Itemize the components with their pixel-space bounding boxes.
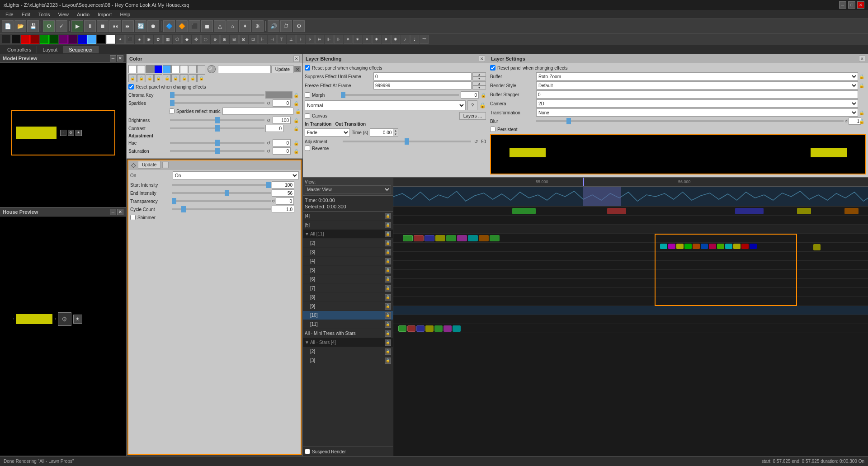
effect-update-btn[interactable]: Update <box>138 161 160 169</box>
settings-button[interactable]: ⚙ <box>293 20 305 32</box>
open-button[interactable]: 📂 <box>14 20 26 32</box>
effect4-button[interactable]: ◼ <box>201 20 213 32</box>
track-row-3[interactable]: [3] 🔒 <box>303 248 393 257</box>
canvas-checkbox[interactable] <box>305 113 310 119</box>
menu-view[interactable]: View <box>54 11 72 18</box>
normal-lock[interactable]: 🔒 <box>479 102 486 108</box>
track-row-11[interactable]: [11] 🔒 <box>303 320 393 329</box>
model-preview-close[interactable]: ✕ <box>117 55 123 61</box>
effect8-button[interactable]: ❋ <box>252 20 264 32</box>
swatch-lock-5[interactable]: 🔒 <box>163 74 171 82</box>
brightness-refresh[interactable]: ↺ <box>265 117 272 123</box>
contrast-lock[interactable]: 🔒 <box>293 126 301 131</box>
sparkles-color-lock[interactable]: 🔒 <box>295 109 301 114</box>
audio-button[interactable]: 🔊 <box>268 20 279 32</box>
color-swatch-dark[interactable] <box>2 35 11 44</box>
sparkles-music-checkbox[interactable] <box>169 108 175 114</box>
hue-refresh[interactable]: ↺ <box>265 140 272 146</box>
track-row-stars[interactable]: ▼ All - Stars [4] 🔒 <box>303 338 393 347</box>
saturation-lock[interactable]: 🔒 <box>293 149 301 154</box>
color-swatch-dark2[interactable] <box>11 35 20 44</box>
saturation-input[interactable]: 0 <box>273 147 291 155</box>
waveform-icon[interactable]: 〜 <box>420 35 429 44</box>
effect-btn-28[interactable]: ✸ <box>372 35 381 44</box>
effect-btn-15[interactable]: ⊡ <box>249 35 258 44</box>
effect-btn-12[interactable]: ⊞ <box>220 35 229 44</box>
swatch-lock-1[interactable]: 🔒 <box>128 74 137 82</box>
effect-btn-1[interactable]: ✦ <box>116 35 125 44</box>
effect-btn-5[interactable]: ✿ <box>154 35 163 44</box>
reverse-checkbox[interactable] <box>305 146 310 151</box>
track-row-2[interactable]: [2] 🔒 <box>303 239 393 248</box>
blur-lock[interactable]: 🔒 <box>859 119 866 124</box>
mt-b5[interactable] <box>434 325 443 332</box>
render-style-select[interactable]: Default <box>536 81 858 89</box>
new-button[interactable]: 📄 <box>2 20 14 32</box>
effect7-button[interactable]: ✦ <box>239 20 251 32</box>
transparency-input[interactable]: 0 <box>276 198 294 205</box>
time-down[interactable]: ▼ <box>393 132 398 136</box>
color-swatch-darkpurple[interactable] <box>68 35 77 44</box>
track-row-all11[interactable]: ▼ All [11] 🔒 <box>303 230 393 239</box>
menu-import[interactable]: Import <box>94 11 115 18</box>
color-swatch-blue[interactable] <box>78 35 87 44</box>
prev-frame-button[interactable]: ⏮ <box>109 20 121 32</box>
chroma-key-lock[interactable]: 🔒 <box>293 93 301 98</box>
effect-btn-26[interactable]: ✶ <box>353 35 362 44</box>
freeze-up[interactable]: ▲ <box>472 81 486 85</box>
morph-lock[interactable]: 🔒 <box>481 93 486 98</box>
effect-btn-2[interactable]: ⬛ <box>125 35 134 44</box>
swatch-lock-6[interactable]: 🔒 <box>171 74 179 82</box>
track-lock-4a[interactable]: 🔒 <box>385 213 391 219</box>
morph-slider[interactable] <box>341 94 459 96</box>
morph-checkbox[interactable] <box>305 92 310 98</box>
track-lock-s2[interactable]: 🔒 <box>385 348 391 355</box>
effect-toggle[interactable] <box>162 162 169 168</box>
layers-btn[interactable]: Layers ... <box>459 112 486 120</box>
pause-button[interactable]: ⏸ <box>84 20 96 32</box>
track-row-mini-trees[interactable]: All - Mini Trees with Stars 🔒 <box>303 329 393 338</box>
sparkles-lock[interactable]: 🔒 <box>293 101 301 106</box>
shimmer-checkbox[interactable] <box>130 215 136 220</box>
model-preview-minimize[interactable]: ─ <box>110 55 116 61</box>
color-swatch-darkgreen[interactable] <box>49 35 58 44</box>
buffer-lock[interactable]: 🔒 <box>859 74 866 79</box>
tl-b5[interactable] <box>446 235 456 241</box>
swatch-lock-7[interactable]: 🔒 <box>180 74 188 82</box>
camera-select[interactable]: 2D <box>536 99 858 108</box>
track-row-7[interactable]: [7] 🔒 <box>303 284 393 293</box>
effect-btn-11[interactable]: ⊕ <box>211 35 220 44</box>
close-button[interactable]: ✕ <box>857 1 864 9</box>
blur-slider[interactable] <box>536 120 844 122</box>
swatch-white2[interactable] <box>171 65 179 73</box>
track-row-8[interactable]: [8] 🔒 <box>303 293 393 302</box>
effect2-button[interactable]: 🔶 <box>176 20 188 32</box>
effect-btn-23[interactable]: ⊩ <box>325 35 334 44</box>
swatch-lock-3[interactable]: 🔒 <box>146 74 154 82</box>
menu-tools[interactable]: Tools <box>35 11 54 18</box>
tl-b6[interactable] <box>457 235 467 241</box>
track-lock-8[interactable]: 🔒 <box>385 294 391 301</box>
sparkles-slider[interactable] <box>170 102 264 104</box>
freeze-down[interactable]: ▼ <box>472 85 486 89</box>
time-input[interactable]: 0.00 <box>370 129 393 136</box>
color-swatch-white[interactable] <box>106 35 115 44</box>
color-swatch-purple[interactable] <box>59 35 68 44</box>
lb-reset-checkbox[interactable] <box>305 65 310 71</box>
ls-close[interactable]: ✕ <box>859 56 865 62</box>
view-dropdown[interactable]: Master View <box>305 185 391 193</box>
track-row-10[interactable]: [10] 🔒 <box>303 311 393 320</box>
track-lock-7[interactable]: 🔒 <box>385 285 391 292</box>
track-row-s3[interactable]: [3] 🔒 <box>303 356 393 365</box>
suppress-up[interactable]: ▲ <box>472 72 486 76</box>
swatch-lightgray2[interactable] <box>180 65 188 73</box>
effect-btn-6[interactable]: ▦ <box>163 35 172 44</box>
tl-block-4a-2[interactable] <box>607 208 626 214</box>
note-icon[interactable]: ♪ <box>401 35 410 44</box>
effect5-button[interactable]: △ <box>214 20 226 32</box>
tab-layout[interactable]: Layout <box>37 46 63 53</box>
effect1-button[interactable]: 🔷 <box>163 20 175 32</box>
chroma-key-slider[interactable] <box>170 94 264 96</box>
color-swatch-red[interactable] <box>21 35 30 44</box>
swatch-lock-8[interactable]: 🔒 <box>189 74 197 82</box>
